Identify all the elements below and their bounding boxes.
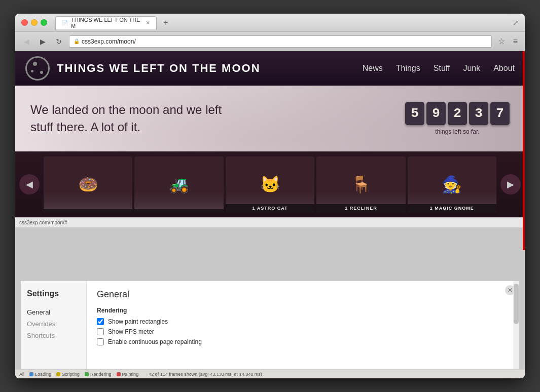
tab-favicon: 📄 bbox=[62, 20, 68, 26]
tab-close-button[interactable]: ✕ bbox=[146, 20, 150, 26]
items-container: 🍩 🚜 🐱 1 ASTRO CAT bbox=[44, 156, 496, 212]
site-logo: THINGS WE LEFT ON THE MOON bbox=[25, 56, 261, 81]
bookmark-button[interactable]: ☆ bbox=[496, 35, 507, 47]
nav-link-about[interactable]: About bbox=[493, 64, 515, 73]
crater-decoration bbox=[31, 70, 33, 72]
digit-4: 3 bbox=[469, 102, 488, 125]
new-tab-button[interactable]: + bbox=[159, 17, 173, 28]
back-button[interactable]: ◀ bbox=[20, 35, 32, 48]
item-label-4: 1 MAGIC GNOME bbox=[408, 204, 496, 212]
item-label-0 bbox=[44, 209, 132, 212]
browser-tab[interactable]: 📄 THINGS WE LEFT ON THE M ✕ bbox=[55, 16, 157, 29]
main-content-area: THINGS WE LEFT ON THE MOON News Things S… bbox=[15, 51, 525, 378]
checkbox-continuous-repaint-input[interactable] bbox=[97, 338, 104, 345]
site-nav-links: News Things Stuff Junk About bbox=[363, 64, 515, 73]
tab-bar: 📄 THINGS WE LEFT ON THE M ✕ + bbox=[51, 16, 509, 29]
traffic-lights bbox=[21, 19, 47, 26]
prev-arrow-button[interactable]: ◀ bbox=[19, 174, 40, 194]
counter-label: things left so far. bbox=[435, 128, 479, 135]
debug-stats: 42 of 114 frames shown (avg: 43.130 ms; … bbox=[149, 372, 262, 377]
debug-bar: All Loading Scripting Rendering Painting… bbox=[15, 369, 525, 378]
item-thumb-3[interactable]: 🪑 1 RECLINER bbox=[316, 156, 405, 212]
hero-text: We landed on the moon and we left stuff … bbox=[30, 101, 233, 135]
scrollbar-track bbox=[513, 281, 519, 369]
nav-link-stuff[interactable]: Stuff bbox=[434, 64, 450, 73]
minimize-button[interactable] bbox=[31, 19, 38, 26]
debug-rendering-label[interactable]: Rendering bbox=[90, 372, 112, 377]
loading-dot bbox=[29, 372, 33, 376]
settings-sidebar: Settings General Overrides Shortcuts bbox=[21, 281, 87, 369]
debug-painting: Painting bbox=[117, 372, 139, 377]
item-thumb-1[interactable]: 🚜 bbox=[134, 156, 223, 212]
settings-content: General Rendering Show paint rectangles … bbox=[87, 281, 519, 369]
lock-icon: 🔒 bbox=[74, 38, 80, 44]
nav-link-things[interactable]: Things bbox=[396, 64, 420, 73]
address-bar: ◀ ▶ ↻ 🔒 css3exp.com/moon/ ☆ ≡ bbox=[15, 32, 525, 51]
close-button[interactable] bbox=[21, 19, 28, 26]
resize-icon[interactable]: ⤢ bbox=[513, 19, 519, 27]
checkbox-fps-meter-label[interactable]: Show FPS meter bbox=[108, 328, 154, 335]
url-text: css3exp.com/moon/ bbox=[82, 38, 136, 45]
checkbox-continuous-repaint-label[interactable]: Enable continuous page repainting bbox=[108, 338, 202, 345]
site-navigation: THINGS WE LEFT ON THE MOON News Things S… bbox=[15, 51, 525, 86]
maximize-button[interactable] bbox=[41, 19, 47, 26]
checkbox-paint-rects-label[interactable]: Show paint rectangles bbox=[108, 318, 168, 325]
debug-painting-label[interactable]: Painting bbox=[122, 372, 139, 377]
rendering-dot bbox=[85, 372, 89, 376]
browser-statusbar: css3exp.com/moon/# bbox=[15, 217, 525, 227]
tab-title: THINGS WE LEFT ON THE M bbox=[71, 17, 140, 29]
debug-loading: Loading bbox=[29, 372, 51, 377]
digit-3: 2 bbox=[448, 102, 467, 125]
counter-digits: 5 9 2 3 7 bbox=[405, 102, 510, 125]
browser-window: 📄 THINGS WE LEFT ON THE M ✕ + ⤢ ◀ ▶ ↻ 🔒 … bbox=[15, 14, 525, 378]
forward-button[interactable]: ▶ bbox=[37, 35, 49, 48]
debug-all[interactable]: All bbox=[19, 372, 24, 377]
reload-button[interactable]: ↻ bbox=[53, 35, 65, 48]
item-thumb-4[interactable]: 🧙 1 MAGIC GNOME bbox=[408, 156, 496, 212]
item-thumb-2[interactable]: 🐱 1 ASTRO CAT bbox=[226, 156, 314, 212]
settings-section-title: Rendering bbox=[97, 307, 509, 314]
settings-item-shortcuts[interactable]: Shortcuts bbox=[27, 330, 80, 341]
checkbox-fps-meter-input[interactable] bbox=[97, 328, 104, 335]
items-strip: ◀ 🍩 🚜 🐱 1 ASTRO CAT bbox=[15, 151, 525, 217]
settings-item-general[interactable]: General bbox=[27, 306, 80, 318]
moon-icon bbox=[25, 56, 50, 81]
checkbox-paint-rects-input[interactable] bbox=[97, 318, 104, 325]
status-url: css3exp.com/moon/# bbox=[19, 220, 67, 225]
item-thumb-0[interactable]: 🍩 bbox=[44, 156, 132, 212]
title-bar: 📄 THINGS WE LEFT ON THE M ✕ + ⤢ bbox=[15, 14, 525, 32]
item-label-1 bbox=[134, 209, 223, 212]
digit-2: 9 bbox=[426, 102, 446, 125]
debug-scripting: Scripting bbox=[56, 372, 80, 377]
checkbox-paint-rects: Show paint rectangles bbox=[97, 318, 509, 325]
debug-rendering: Rendering bbox=[85, 372, 112, 377]
scrollbar-thumb[interactable] bbox=[514, 284, 519, 324]
checkbox-continuous-repaint: Enable continuous page repainting bbox=[97, 338, 509, 345]
website-frame: THINGS WE LEFT ON THE MOON News Things S… bbox=[15, 51, 525, 281]
digit-5: 7 bbox=[490, 102, 510, 125]
browser-menu-button[interactable]: ≡ bbox=[511, 36, 520, 47]
next-arrow-button[interactable]: ▶ bbox=[500, 174, 521, 194]
site-title: THINGS WE LEFT ON THE MOON bbox=[57, 62, 261, 75]
digit-1: 5 bbox=[405, 102, 424, 125]
settings-item-overrides[interactable]: Overrides bbox=[27, 318, 80, 330]
settings-panel: ✕ Settings General Overrides Shortcuts G… bbox=[20, 281, 520, 369]
item-label-3: 1 RECLINER bbox=[316, 204, 405, 212]
nav-link-news[interactable]: News bbox=[363, 64, 383, 73]
nav-link-junk[interactable]: Junk bbox=[463, 64, 480, 73]
scripting-dot bbox=[56, 372, 60, 376]
settings-sidebar-title: Settings bbox=[27, 289, 80, 298]
checkbox-fps-meter: Show FPS meter bbox=[97, 328, 509, 335]
debug-loading-label[interactable]: Loading bbox=[35, 372, 51, 377]
counter-section: 5 9 2 3 7 things left so far. bbox=[405, 102, 510, 135]
item-label-2: 1 ASTRO CAT bbox=[226, 204, 314, 212]
painting-dot bbox=[117, 372, 121, 376]
paint-rect-overlay bbox=[523, 51, 525, 250]
settings-content-title: General bbox=[97, 289, 509, 300]
url-bar[interactable]: 🔒 css3exp.com/moon/ bbox=[69, 35, 492, 48]
hero-section: We landed on the moon and we left stuff … bbox=[15, 86, 525, 151]
debug-scripting-label[interactable]: Scripting bbox=[62, 372, 80, 377]
